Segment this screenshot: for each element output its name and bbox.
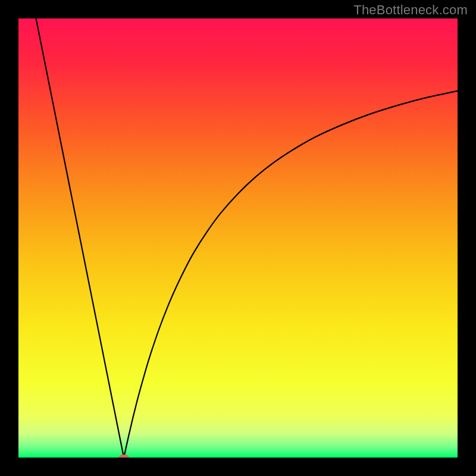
plot-svg [18, 18, 458, 458]
gradient-background [18, 18, 458, 458]
plot-area [18, 18, 458, 458]
attribution-text: TheBottleneck.com [353, 2, 468, 18]
chart-frame: TheBottleneck.com [0, 0, 476, 476]
